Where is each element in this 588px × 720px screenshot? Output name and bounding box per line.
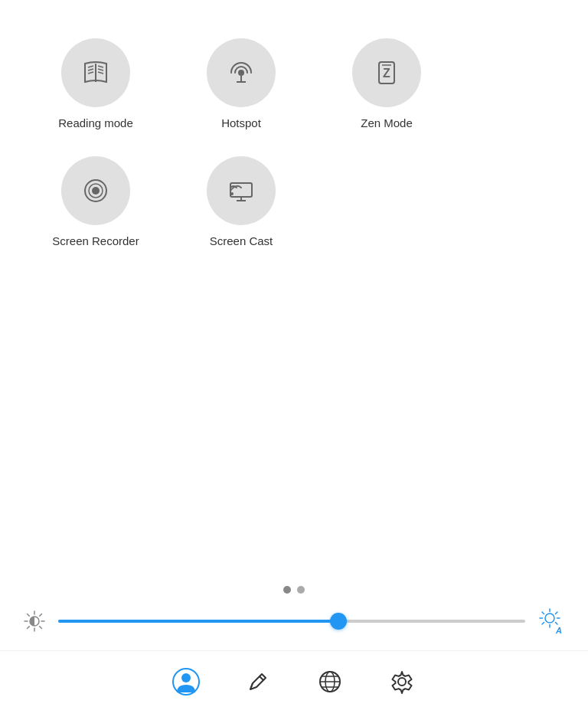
slider-fill <box>58 620 338 623</box>
svg-line-20 <box>40 614 42 617</box>
tile-label-hotspot: Hotspot <box>221 116 261 129</box>
tile-circle-hotspot <box>207 38 276 107</box>
tile-circle-reading-mode <box>61 38 130 107</box>
tile-reading-mode[interactable]: Reading mode <box>23 23 168 141</box>
quick-settings-grid: Reading mode Hotspot Z Zen Mode <box>0 0 588 259</box>
svg-line-19 <box>40 627 42 629</box>
svg-rect-9 <box>230 183 252 197</box>
tile-label-reading-mode: Reading mode <box>58 116 133 129</box>
tile-circle-zen-mode: Z <box>352 38 421 107</box>
page-dot-2 <box>297 586 305 594</box>
page-dot-1 <box>283 586 291 594</box>
svg-line-27 <box>542 612 544 614</box>
slider-thumb <box>330 613 347 630</box>
tile-label-screen-cast: Screen Cast <box>210 234 273 247</box>
edit-button[interactable] <box>241 665 275 699</box>
svg-line-29 <box>556 612 558 614</box>
svg-point-41 <box>398 678 406 686</box>
settings-button[interactable] <box>385 665 419 699</box>
bottom-toolbar <box>0 650 588 720</box>
reading-mode-icon <box>79 56 113 90</box>
tile-hotspot[interactable]: Hotspot <box>168 23 314 141</box>
svg-line-34 <box>260 676 263 680</box>
svg-text:Z: Z <box>383 67 390 80</box>
svg-point-8 <box>92 187 100 195</box>
user-button[interactable] <box>169 665 203 699</box>
brightness-row: A <box>0 607 588 635</box>
svg-line-21 <box>28 627 30 629</box>
svg-text:A: A <box>555 626 562 635</box>
tile-screen-recorder[interactable]: Screen Recorder <box>23 141 168 259</box>
page-dots <box>0 586 588 607</box>
screen-cast-icon <box>224 174 258 208</box>
svg-line-18 <box>28 614 30 617</box>
zen-mode-icon: Z <box>370 56 403 90</box>
globe-button[interactable] <box>313 665 347 699</box>
tile-screen-cast[interactable]: Screen Cast <box>168 141 314 259</box>
bottom-row: A <box>0 586 588 720</box>
tile-zen-mode[interactable]: Z Zen Mode <box>314 23 459 141</box>
svg-line-28 <box>556 623 558 625</box>
tile-circle-screen-cast <box>207 156 276 225</box>
tile-label-screen-recorder: Screen Recorder <box>52 234 139 247</box>
svg-point-33 <box>181 673 191 682</box>
brightness-high-icon: A <box>537 607 565 635</box>
slider-track <box>58 620 525 623</box>
svg-line-30 <box>542 623 544 625</box>
hotspot-icon <box>224 56 258 90</box>
svg-point-10 <box>230 192 234 195</box>
tile-label-zen-mode: Zen Mode <box>361 116 413 129</box>
svg-point-22 <box>545 614 554 623</box>
brightness-slider[interactable] <box>58 614 525 629</box>
tile-circle-screen-recorder <box>61 156 130 225</box>
svg-point-0 <box>238 70 244 76</box>
brightness-low-icon <box>23 610 46 633</box>
screen-recorder-icon <box>79 174 113 208</box>
